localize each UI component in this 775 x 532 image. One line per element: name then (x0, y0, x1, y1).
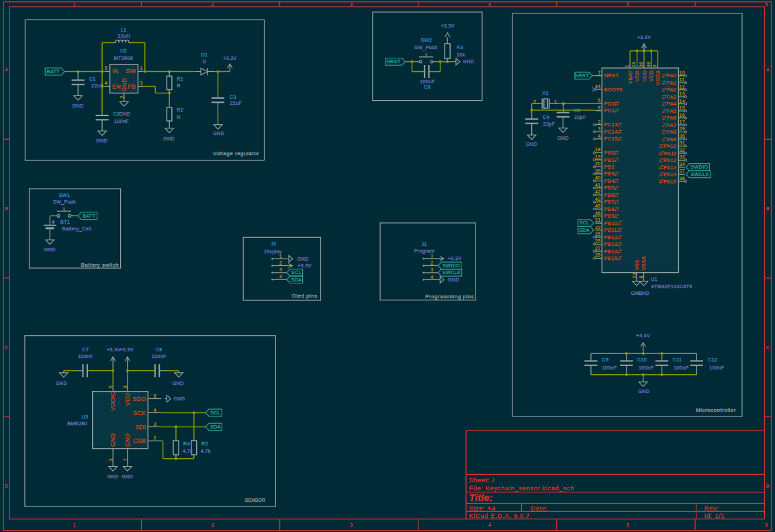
svg-text:PA13: PA13 (664, 165, 676, 171)
svg-text:28: 28 (595, 253, 601, 257)
svg-text:D: D (203, 58, 207, 64)
svg-text:37: 37 (680, 169, 686, 173)
svg-text:D1: D1 (201, 52, 208, 58)
svg-text:29: 29 (680, 126, 686, 131)
svg-text:PB1: PB1 (604, 157, 614, 163)
svg-text:J2: J2 (271, 240, 276, 247)
svg-text:+3.3V: +3.3V (637, 34, 651, 40)
svg-text:33: 33 (680, 154, 686, 159)
svg-text:12: 12 (680, 85, 686, 89)
svg-text:6: 6 (765, 2, 768, 7)
svg-text:Oled pins: Oled pins (291, 293, 317, 299)
svg-text:1: 1 (430, 253, 433, 258)
svg-text:5: 5 (627, 523, 629, 527)
svg-text:VDD: VDD (634, 70, 640, 81)
svg-text:VBAT: VBAT (627, 70, 633, 84)
svg-text:6: 6 (107, 386, 113, 388)
svg-text:PB7: PB7 (604, 199, 614, 205)
svg-text:100nF: 100nF (709, 365, 724, 371)
svg-text:PB5: PB5 (604, 185, 614, 191)
svg-text:PA9: PA9 (667, 136, 677, 142)
svg-text:2: 2 (279, 261, 282, 265)
svg-text:PB9: PB9 (604, 213, 614, 219)
svg-text:C: C (766, 345, 770, 350)
svg-text:R4: R4 (183, 441, 190, 447)
svg-text:GND: GND (119, 111, 130, 117)
svg-text:U2: U2 (120, 48, 127, 54)
svg-text:20: 20 (595, 161, 601, 166)
svg-text:PC15: PC15 (604, 136, 618, 142)
svg-text:1: 1 (554, 99, 557, 104)
svg-text:SCL: SCL (291, 269, 302, 275)
svg-text:+3.3V: +3.3V (107, 347, 121, 353)
svg-text:VDD: VDD (124, 392, 131, 406)
svg-text:SENSOR: SENSOR (245, 498, 266, 502)
svg-text:CSB: CSB (133, 437, 146, 444)
svg-text:C7: C7 (82, 347, 89, 353)
svg-text:C12: C12 (708, 357, 717, 363)
svg-text:+3.3V: +3.3V (298, 263, 312, 269)
svg-text:PA2: PA2 (667, 87, 677, 93)
svg-text:2: 2 (119, 95, 125, 98)
svg-text:1: 1 (140, 65, 142, 71)
svg-text:SDA: SDA (291, 277, 302, 283)
svg-text:PB13: PB13 (604, 241, 618, 247)
svg-text:A: A (5, 67, 8, 72)
svg-text:PB6: PB6 (604, 192, 614, 198)
svg-text:STM32F103C8T6: STM32F103C8T6 (651, 283, 692, 290)
svg-text:22pF: 22pF (543, 121, 555, 127)
svg-text:Date:: Date: (531, 505, 548, 512)
svg-text:21: 21 (595, 218, 601, 222)
svg-text:A: A (766, 67, 770, 72)
svg-text:IN: IN (112, 68, 119, 75)
svg-text:100nF: 100nF (602, 365, 617, 371)
svg-text:22uF: 22uF (230, 100, 242, 106)
svg-text:100nF: 100nF (152, 353, 167, 359)
svg-text:FB: FB (128, 83, 136, 90)
svg-text:PA10: PA10 (664, 143, 676, 149)
svg-text:VDD: VDD (641, 70, 647, 81)
svg-text:3: 3 (279, 267, 282, 272)
svg-text:GND: GND (463, 58, 474, 64)
svg-text:GND: GND (638, 388, 649, 394)
svg-text:L1: L1 (121, 27, 127, 33)
svg-text:13: 13 (680, 91, 686, 96)
svg-text:36: 36 (639, 62, 643, 68)
svg-text:BOOT0: BOOT0 (604, 87, 623, 93)
svg-text:4.7k: 4.7k (201, 448, 211, 454)
svg-text:PA1: PA1 (667, 80, 677, 86)
svg-text:GND: GND (96, 138, 107, 144)
svg-text:GND: GND (109, 433, 116, 447)
svg-text:NRST: NRST (604, 73, 619, 79)
svg-text:+3.3V: +3.3V (448, 255, 462, 261)
svg-text:41: 41 (595, 183, 601, 187)
svg-text:U3: U3 (82, 414, 89, 420)
svg-text:34: 34 (680, 162, 686, 167)
svg-text:100nF: 100nF (78, 353, 93, 359)
svg-text:5: 5 (598, 98, 600, 103)
svg-text:42: 42 (595, 189, 601, 194)
svg-text:100nF: 100nF (674, 365, 688, 371)
svg-text:C1: C1 (89, 76, 96, 82)
svg-text:D: D (766, 484, 770, 488)
svg-text:J1: J1 (422, 241, 427, 247)
svg-text:R2: R2 (177, 107, 184, 113)
svg-text:3: 3 (140, 80, 142, 86)
svg-text:+3.3V: +3.3V (441, 23, 455, 29)
svg-text:BT1: BT1 (60, 219, 70, 225)
svg-text:1: 1 (73, 523, 76, 527)
svg-text:3: 3 (350, 523, 353, 527)
svg-text:6: 6 (765, 523, 768, 527)
svg-text:2: 2 (533, 99, 536, 104)
svg-text:Size: A4: Size: A4 (469, 505, 496, 512)
svg-text:Sheet: /: Sheet: / (469, 477, 495, 484)
svg-text:SDA: SDA (210, 424, 221, 430)
svg-text:NRST: NRST (387, 58, 401, 64)
svg-text:VSSA: VSSA (641, 256, 647, 270)
svg-text:1: 1 (73, 2, 76, 7)
svg-text:File: Keychain_sensor.kicad_sc: File: Keychain_sensor.kicad_sch (469, 485, 575, 492)
svg-text:46: 46 (595, 211, 601, 216)
svg-text:GND: GND (44, 247, 56, 253)
svg-text:PB10: PB10 (604, 220, 618, 226)
svg-text:Microcontroller: Microcontroller (696, 407, 736, 413)
